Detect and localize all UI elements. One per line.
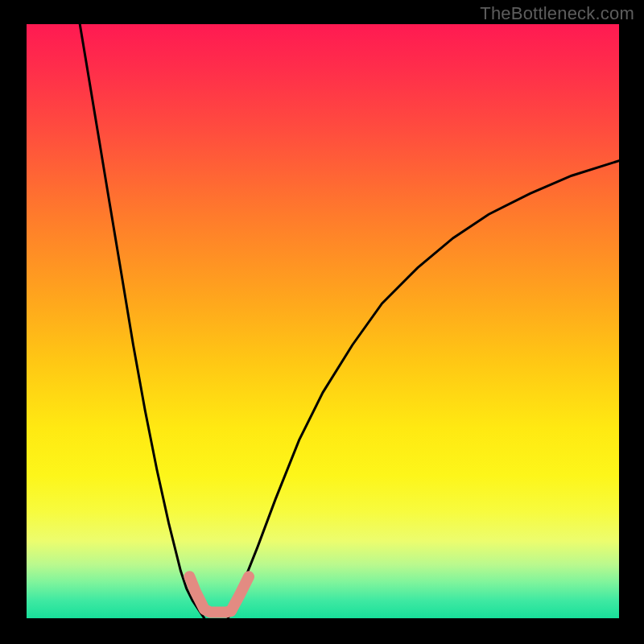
chart-frame: TheBottleneck.com	[0, 0, 644, 644]
curve-layer	[27, 24, 619, 618]
right-branch-path	[228, 161, 619, 618]
watermark-label: TheBottleneck.com	[480, 3, 634, 24]
plot-area	[27, 24, 619, 618]
valley-marker-path	[189, 576, 249, 612]
left-branch-path	[80, 24, 204, 618]
